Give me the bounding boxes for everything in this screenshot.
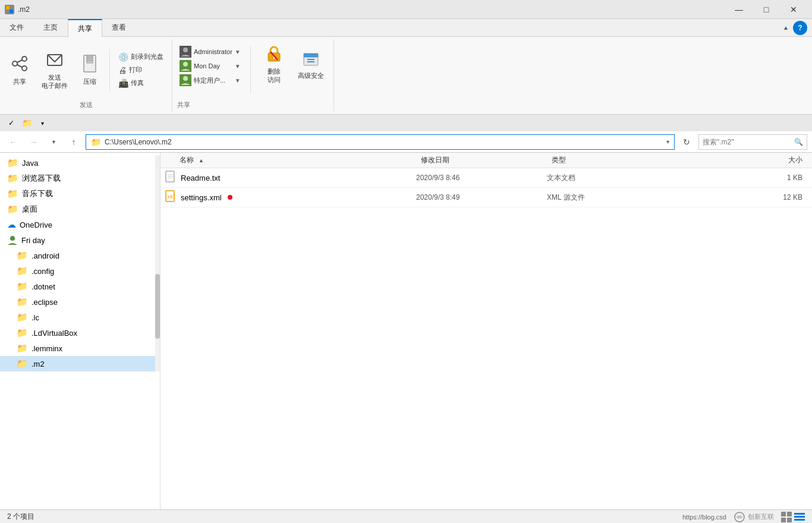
svg-rect-1 xyxy=(10,10,13,13)
divider2 xyxy=(250,46,251,94)
email-label: 发送电子邮件 xyxy=(42,73,68,90)
forward-button: → xyxy=(25,134,42,150)
help-button[interactable]: ? xyxy=(793,21,807,35)
print-label: 打印 xyxy=(129,65,142,74)
col-date-label: 修改日期 xyxy=(421,156,449,164)
settings-filename: settings.xml xyxy=(181,193,222,202)
sidebar-item-music-download[interactable]: 📁 音乐下载 xyxy=(0,186,160,201)
svg-rect-13 xyxy=(87,61,93,63)
maximize-button[interactable]: □ xyxy=(753,0,780,19)
readme-size: 1 KB xyxy=(678,174,812,182)
compress-button[interactable]: 压缩 xyxy=(75,49,105,91)
refresh-button[interactable]: ↻ xyxy=(678,134,695,150)
sidebar-item-onedrive[interactable]: ☁ OneDrive xyxy=(0,217,160,232)
dotnet-label: .dotnet xyxy=(32,282,55,291)
col-header-name[interactable]: 名称 xyxy=(160,155,416,165)
path-folder-icon: 📁 xyxy=(91,137,101,147)
music-label: 音乐下载 xyxy=(22,188,53,199)
sidebar-item-ldvirtualbox[interactable]: 📁 .LdVirtualBox xyxy=(0,325,160,341)
address-input[interactable]: 📁 C:\Users\Lenovo\.m2 ▾ xyxy=(86,134,675,150)
print-button[interactable]: 🖨 打印 xyxy=(115,64,167,76)
user-monday[interactable]: Mon Day ▼ xyxy=(177,59,243,73)
file-name-cell: Readme.txt xyxy=(160,171,416,185)
sidebar-item-desktop[interactable]: 📁 桌面 xyxy=(0,201,160,217)
svg-point-29 xyxy=(10,236,15,241)
user-specific[interactable]: 特定用户... ▼ xyxy=(177,74,243,87)
watermark: 创新互联 xyxy=(734,511,774,523)
tab-home[interactable]: 主页 xyxy=(34,19,68,36)
advanced-security-button[interactable]: 高级安全 xyxy=(293,44,329,86)
share-button[interactable]: 共享 xyxy=(5,49,34,91)
tab-view[interactable]: 查看 xyxy=(102,19,136,36)
email-button[interactable]: 发送电子邮件 xyxy=(37,49,73,91)
sidebar-item-dotnet[interactable]: 📁 .dotnet xyxy=(0,279,160,294)
col-header-size[interactable]: 大小 xyxy=(678,155,812,165)
up-button[interactable]: ↑ xyxy=(65,134,82,150)
recent-locations-button[interactable]: ▾ xyxy=(45,134,62,150)
status-right: https://blog.csd 创新互联 xyxy=(682,511,805,523)
svg-point-15 xyxy=(183,48,188,52)
qa-dropdown-button[interactable]: ▾ xyxy=(36,116,49,130)
settings-icon: xml xyxy=(165,190,176,204)
sidebar-scrollbar-thumb[interactable] xyxy=(155,274,160,339)
close-button[interactable]: ✕ xyxy=(780,0,807,19)
sidebar-item-android[interactable]: 📁 .android xyxy=(0,248,160,263)
status-link: https://blog.csd xyxy=(682,513,726,521)
table-row[interactable]: Readme.txt 2020/9/3 8:46 文本文档 1 KB xyxy=(160,168,812,188)
email-icon xyxy=(45,50,64,72)
list-view-button[interactable] xyxy=(794,512,805,522)
title-bar-controls: — □ ✕ xyxy=(725,0,807,19)
browser-folder-icon: 📁 xyxy=(7,173,18,184)
delete-access-icon xyxy=(265,46,284,66)
sidebar-item-friday[interactable]: Fri day xyxy=(0,232,160,248)
readme-date: 2020/9/3 8:46 xyxy=(416,174,547,182)
grid-view-button[interactable] xyxy=(781,512,792,522)
dotnet-folder-icon: 📁 xyxy=(17,281,28,292)
ribbon-tabs: 文件 主页 共享 查看 ▲ ? xyxy=(0,19,812,37)
table-row[interactable]: xml settings.xml 2020/9/3 8:49 XML 源文件 1… xyxy=(160,188,812,207)
svg-rect-28 xyxy=(304,53,318,57)
col-header-type[interactable]: 类型 xyxy=(547,155,678,165)
minimize-button[interactable]: — xyxy=(725,0,753,19)
search-input[interactable] xyxy=(703,138,792,146)
address-dropdown-btn[interactable]: ▾ xyxy=(666,138,669,145)
search-icon: 🔍 xyxy=(794,138,803,146)
fax-button[interactable]: 📠 传真 xyxy=(115,77,167,89)
tab-file[interactable]: 文件 xyxy=(0,19,34,36)
ldvb-folder-icon: 📁 xyxy=(17,327,28,338)
status-bar: 2 个项目 https://blog.csd 创新互联 xyxy=(0,509,812,523)
burn-label: 刻录到光盘 xyxy=(131,52,163,61)
search-box[interactable]: 🔍 xyxy=(698,134,807,150)
main-area: 📁 Java 📁 浏览器下载 📁 音乐下载 📁 桌面 ☁ OneDrive xyxy=(0,153,812,509)
delete-access-button[interactable]: 删除访问 xyxy=(258,44,291,86)
sidebar-item-eclipse[interactable]: 📁 .eclipse xyxy=(0,294,160,310)
ribbon-group-send: 共享 发送电子邮件 xyxy=(0,39,172,112)
sidebar-item-m2[interactable]: 📁 .m2 xyxy=(0,356,160,371)
sidebar-item-config[interactable]: 📁 .config xyxy=(0,263,160,279)
qa-check-button[interactable]: ✓ xyxy=(5,116,18,130)
settings-type: XML 源文件 xyxy=(547,193,678,203)
monday-dropdown[interactable]: ▼ xyxy=(235,63,241,70)
red-dot-indicator xyxy=(228,195,232,200)
sidebar-item-lemminx[interactable]: 📁 .lemminx xyxy=(0,341,160,356)
specific-dropdown[interactable]: ▼ xyxy=(235,77,241,84)
sidebar-item-browser-download[interactable]: 📁 浏览器下载 xyxy=(0,171,160,186)
m2-label: .m2 xyxy=(32,360,45,368)
admin-name: Administrator xyxy=(194,48,232,55)
burn-button[interactable]: 💿 刻录到光盘 xyxy=(115,51,167,63)
tab-share[interactable]: 共享 xyxy=(68,19,102,37)
android-folder-icon: 📁 xyxy=(17,250,28,261)
share-users-section: Administrator ▼ Mon Day xyxy=(177,42,243,109)
send-group-items: 共享 发送电子邮件 xyxy=(5,42,167,98)
print-icon: 🖨 xyxy=(118,65,127,75)
ribbon-collapse-btn[interactable]: ▲ xyxy=(781,23,791,33)
file-name-cell: xml settings.xml xyxy=(160,190,416,204)
qa-folder-button[interactable]: 📁 xyxy=(20,116,33,130)
user-administrator[interactable]: Administrator ▼ xyxy=(177,45,243,58)
col-header-date[interactable]: 修改日期 xyxy=(416,155,547,165)
sidebar-item-lc[interactable]: 📁 .lc xyxy=(0,310,160,325)
svg-point-4 xyxy=(22,66,27,71)
share-group-label: 共享 xyxy=(177,98,243,109)
admin-dropdown[interactable]: ▼ xyxy=(235,49,241,55)
sidebar-item-java[interactable]: 📁 Java xyxy=(0,155,160,171)
